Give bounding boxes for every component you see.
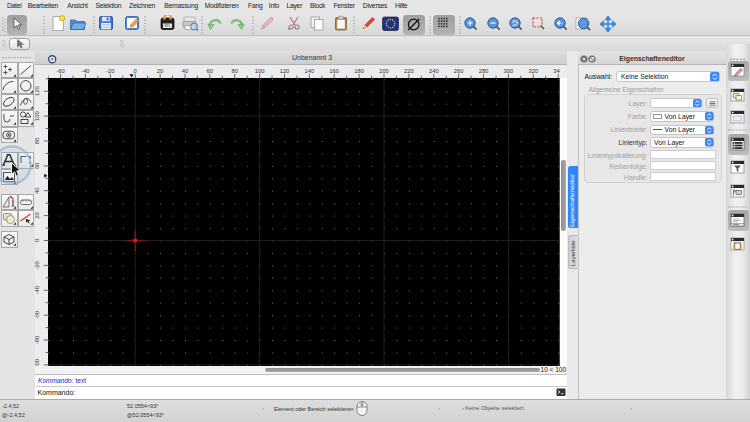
svg-text:280: 280 — [479, 68, 489, 74]
svg-text:0: 0 — [35, 239, 40, 242]
svg-text:320: 320 — [528, 68, 538, 74]
svg-text:80: 80 — [231, 68, 237, 74]
svg-text:40: 40 — [182, 68, 188, 74]
svg-text:300: 300 — [504, 68, 514, 74]
svg-text:120: 120 — [280, 68, 290, 74]
svg-text:-60: -60 — [35, 311, 40, 319]
svg-text:100: 100 — [35, 111, 40, 121]
svg-text:STL: STL — [164, 24, 171, 28]
svg-text:100: 100 — [255, 68, 265, 74]
svg-text:-20: -20 — [106, 68, 114, 74]
svg-text:-40: -40 — [81, 68, 89, 74]
svg-text:40: 40 — [35, 187, 40, 193]
svg-text:20: 20 — [157, 68, 163, 74]
svg-text:340: 340 — [553, 68, 560, 74]
svg-text:-100: -100 — [35, 359, 40, 366]
svg-text:120: 120 — [35, 86, 40, 96]
svg-text:-20: -20 — [35, 261, 40, 269]
svg-text:240: 240 — [429, 68, 439, 74]
svg-text:60: 60 — [207, 68, 213, 74]
svg-text:0: 0 — [134, 68, 137, 74]
svg-text:160: 160 — [329, 68, 339, 74]
svg-text:-40: -40 — [35, 286, 40, 294]
svg-text:180: 180 — [354, 68, 364, 74]
svg-text:-60: -60 — [56, 68, 64, 74]
svg-text:-80: -80 — [35, 336, 40, 344]
svg-text:200: 200 — [379, 68, 389, 74]
svg-text:20: 20 — [35, 212, 40, 218]
svg-text:140: 140 — [305, 68, 315, 74]
svg-text:220: 220 — [404, 68, 414, 74]
svg-text:260: 260 — [454, 68, 464, 74]
